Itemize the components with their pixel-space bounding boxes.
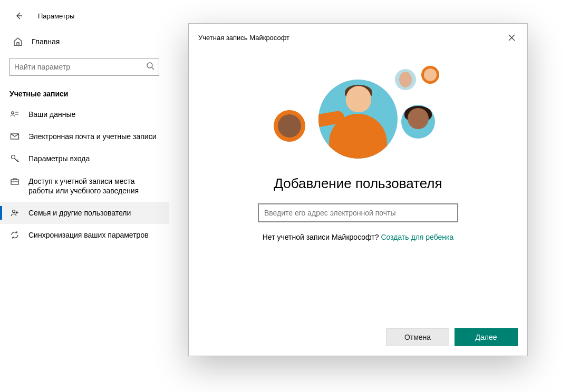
email-input[interactable] — [258, 203, 458, 222]
dialog-illustration — [279, 64, 437, 164]
dialog-title: Учетная запись Майкрософт — [198, 34, 289, 42]
create-for-child-link[interactable]: Создать для ребенка — [381, 233, 453, 241]
close-icon — [508, 34, 515, 41]
dialog-heading: Добавление пользователя — [274, 175, 442, 192]
dialog-close-button[interactable] — [505, 31, 518, 44]
dialog-overlay: Учетная запись Майкрософт — [0, 0, 580, 392]
cancel-button[interactable]: Отмена — [386, 328, 449, 346]
next-button[interactable]: Далее — [455, 328, 518, 346]
microsoft-account-dialog: Учетная запись Майкрософт — [188, 23, 528, 356]
no-account-prompt: Нет учетной записи Майкрософт? Создать д… — [263, 233, 454, 241]
